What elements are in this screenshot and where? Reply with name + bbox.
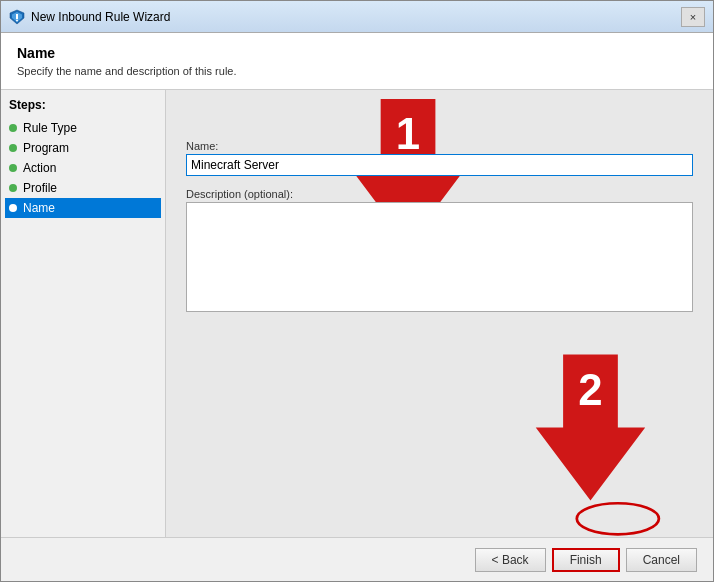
svg-text:2: 2 (578, 365, 602, 414)
content-area: Steps: Rule Type Program Action Profile … (1, 90, 713, 537)
sidebar-item-label: Action (23, 161, 56, 175)
name-label: Name: (186, 140, 693, 152)
title-bar-text: New Inbound Rule Wizard (31, 10, 681, 24)
cancel-button[interactable]: Cancel (626, 548, 697, 572)
name-form-group: Name: (186, 140, 693, 176)
svg-marker-8 (536, 355, 645, 501)
sidebar-item-label: Profile (23, 181, 57, 195)
name-input[interactable] (186, 154, 693, 176)
description-label: Description (optional): (186, 188, 693, 200)
shield-icon (9, 9, 25, 25)
step-dot (9, 144, 17, 152)
description-textarea[interactable] (186, 202, 693, 312)
form-section: Name: Description (optional): (186, 140, 693, 327)
sidebar-item-label: Name (23, 201, 55, 215)
page-title: Name (17, 45, 697, 61)
sidebar-item-program[interactable]: Program (5, 138, 161, 158)
step-dot (9, 184, 17, 192)
finish-button[interactable]: Finish (552, 548, 620, 572)
header-section: Name Specify the name and description of… (1, 33, 713, 90)
sidebar: Steps: Rule Type Program Action Profile … (1, 90, 166, 537)
svg-rect-2 (16, 14, 18, 19)
main-content: 1 2 Name: Description (optional (166, 90, 713, 537)
sidebar-item-label: Rule Type (23, 121, 77, 135)
back-button[interactable]: < Back (475, 548, 546, 572)
sidebar-item-rule-type[interactable]: Rule Type (5, 118, 161, 138)
dialog-window: New Inbound Rule Wizard × Name Specify t… (0, 0, 714, 582)
description-form-group: Description (optional): (186, 188, 693, 315)
step-dot (9, 124, 17, 132)
sidebar-item-name[interactable]: Name (5, 198, 161, 218)
close-button[interactable]: × (681, 7, 705, 27)
sidebar-item-action[interactable]: Action (5, 158, 161, 178)
steps-label: Steps: (5, 98, 161, 112)
sidebar-item-profile[interactable]: Profile (5, 178, 161, 198)
svg-point-10 (577, 503, 659, 534)
step-dot (9, 164, 17, 172)
title-bar: New Inbound Rule Wizard × (1, 1, 713, 33)
page-subtitle: Specify the name and description of this… (17, 65, 697, 77)
svg-point-3 (16, 19, 18, 21)
footer: < Back Finish Cancel (1, 537, 713, 581)
step-dot (9, 204, 17, 212)
sidebar-item-label: Program (23, 141, 69, 155)
